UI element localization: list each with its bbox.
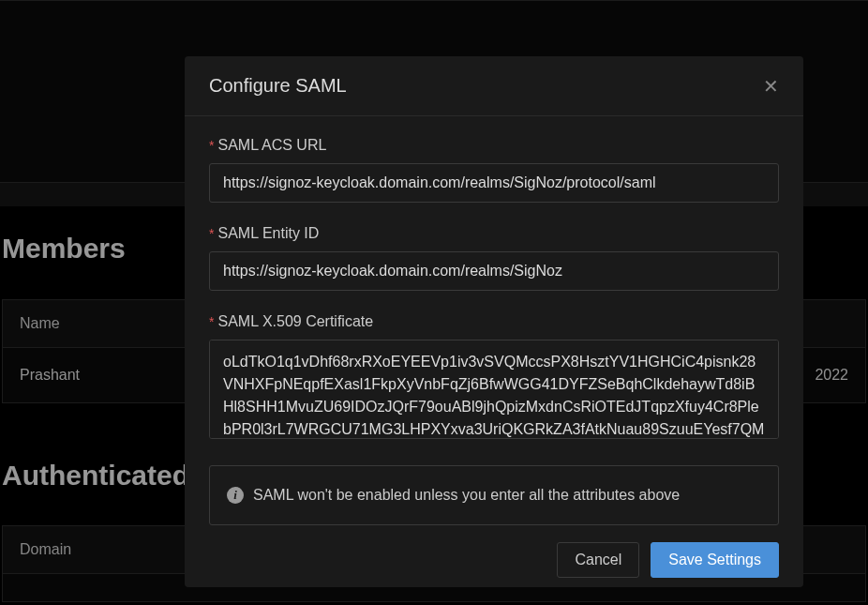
label-acs-url: *SAML ACS URL <box>209 137 779 154</box>
saml-acs-url-input[interactable] <box>209 163 779 203</box>
configure-saml-modal: Configure SAML ✕ *SAML ACS URL *SAML Ent… <box>185 56 803 587</box>
form-group-entity-id: *SAML Entity ID <box>209 225 779 291</box>
info-box: i SAML won't be enabled unless you enter… <box>209 465 779 525</box>
modal-footer: Cancel Save Settings <box>185 542 803 587</box>
saml-entity-id-input[interactable] <box>209 251 779 291</box>
label-text: SAML X.509 Certificate <box>217 313 373 329</box>
required-mark: * <box>209 138 214 153</box>
info-icon: i <box>227 487 244 504</box>
required-mark: * <box>209 226 214 241</box>
label-entity-id: *SAML Entity ID <box>209 225 779 242</box>
label-certificate: *SAML X.509 Certificate <box>209 313 779 330</box>
label-text: SAML Entity ID <box>217 225 319 241</box>
close-icon[interactable]: ✕ <box>763 77 779 96</box>
modal-title: Configure SAML <box>209 75 347 97</box>
modal-header: Configure SAML ✕ <box>185 56 803 116</box>
required-mark: * <box>209 314 214 329</box>
info-text: SAML won't be enabled unless you enter a… <box>253 487 680 504</box>
saml-certificate-textarea[interactable] <box>209 340 779 439</box>
form-group-acs-url: *SAML ACS URL <box>209 137 779 203</box>
modal-body: *SAML ACS URL *SAML Entity ID *SAML X.50… <box>185 116 803 525</box>
cancel-button[interactable]: Cancel <box>557 542 639 578</box>
save-settings-button[interactable]: Save Settings <box>651 542 779 578</box>
label-text: SAML ACS URL <box>217 137 326 153</box>
form-group-certificate: *SAML X.509 Certificate <box>209 313 779 443</box>
